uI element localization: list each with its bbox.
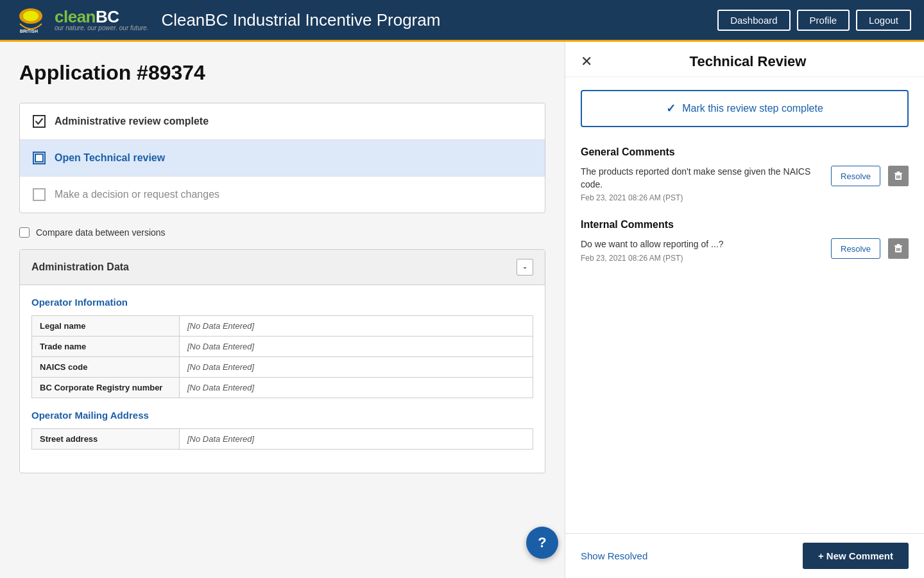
compare-label: Compare data between versions — [36, 227, 166, 238]
general-comments-heading: General Comments — [581, 146, 909, 158]
main-layout: Application #89374 Administrative review… — [0, 42, 924, 578]
review-step-admin[interactable]: Administrative review complete — [20, 103, 545, 140]
field-value-bcregistry: [No Data Entered] — [180, 378, 533, 398]
logo-tagline: our nature. our power. our future. — [55, 25, 148, 31]
right-panel: ✕ Technical Review ✓ Mark this review st… — [565, 42, 924, 578]
checkmark-icon: ✓ — [666, 101, 676, 116]
logout-button[interactable]: Logout — [856, 10, 911, 31]
step-checkbox-decision — [33, 188, 46, 201]
internal-comment-text: Do we want to allow reporting of ...? — [581, 238, 823, 251]
svg-point-1 — [23, 11, 38, 21]
svg-rect-4 — [35, 154, 43, 162]
field-value-legal: [No Data Entered] — [180, 316, 533, 337]
checkmark-icon — [35, 117, 44, 126]
general-comments-section: General Comments The products reported d… — [581, 146, 909, 202]
field-label-street: Street address — [32, 429, 180, 450]
header-title: CleanBC Industrial Incentive Program — [161, 10, 717, 30]
field-label-legal: Legal name — [32, 316, 180, 337]
internal-comments-heading: Internal Comments — [581, 219, 909, 231]
svg-rect-7 — [897, 171, 900, 173]
right-panel-title: Technical Review — [601, 53, 894, 70]
header-buttons: Dashboard Profile Logout — [717, 10, 911, 31]
show-resolved-button[interactable]: Show Resolved — [581, 550, 647, 561]
comment-date: Feb 23, 2021 08:26 AM (PST) — [581, 193, 823, 202]
section-header: Administration Data - — [20, 250, 545, 285]
field-label-trade: Trade name — [32, 337, 180, 357]
svg-rect-6 — [894, 173, 902, 174]
step-checkbox-admin — [33, 115, 46, 128]
dashboard-button[interactable]: Dashboard — [717, 10, 790, 31]
trash-icon — [893, 171, 903, 181]
field-label-bcregistry: BC Corporate Registry number — [32, 378, 180, 398]
cleanbc-logo: cleanBC our nature. our power. our futur… — [55, 8, 148, 31]
svg-rect-13 — [897, 244, 900, 245]
internal-comments-section: Internal Comments Do we want to allow re… — [581, 219, 909, 263]
bc-logo: BRITISH COLUMBIA — [13, 4, 48, 35]
operator-mailing-table: Street address [No Data Entered] — [31, 428, 533, 450]
general-delete-button[interactable] — [888, 166, 909, 186]
right-panel-body: ✓ Mark this review step complete General… — [565, 77, 924, 533]
step-checkbox-tech — [33, 152, 46, 164]
svg-rect-16 — [900, 248, 901, 251]
table-row: BC Corporate Registry number [No Data En… — [32, 378, 533, 398]
mark-complete-button[interactable]: ✓ Mark this review step complete — [581, 90, 909, 127]
step-label-tech: Open Technical review — [55, 152, 165, 164]
svg-rect-14 — [896, 248, 898, 251]
step-label-decision: Make a decision or request changes — [55, 189, 219, 200]
review-step-tech[interactable]: Open Technical review — [20, 140, 545, 177]
help-bubble[interactable]: ? — [526, 527, 558, 559]
internal-comment-text-block: Do we want to allow reporting of ...? Fe… — [581, 238, 823, 263]
svg-rect-10 — [900, 175, 901, 179]
review-steps-card: Administrative review complete Open Tech… — [19, 103, 545, 213]
general-comment-item: The products reported don't make sense g… — [581, 166, 909, 202]
svg-rect-15 — [898, 248, 899, 251]
step-label-admin: Administrative review complete — [55, 116, 209, 127]
svg-rect-9 — [898, 175, 899, 179]
close-button[interactable]: ✕ — [581, 55, 592, 69]
bc-logo-svg: BRITISH COLUMBIA — [15, 6, 47, 34]
svg-rect-8 — [896, 175, 898, 179]
operator-mailing-title: Operator Mailing Address — [31, 410, 533, 421]
page-title: Application #89374 — [19, 61, 545, 85]
operator-info-table: Legal name [No Data Entered] Trade name … — [31, 315, 533, 398]
review-step-decision[interactable]: Make a decision or request changes — [20, 177, 545, 213]
field-label-naics: NAICS code — [32, 357, 180, 378]
step-unchecked-icon — [35, 153, 44, 162]
compare-row: Compare data between versions — [19, 227, 545, 238]
admin-data-section: Administration Data - Operator Informati… — [19, 249, 545, 473]
internal-resolve-button[interactable]: Resolve — [831, 238, 880, 259]
app-header: BRITISH COLUMBIA cleanBC our nature. our… — [0, 0, 924, 42]
logo-container: BRITISH COLUMBIA cleanBC our nature. our… — [13, 4, 148, 35]
cleanbc-logo-text: cleanBC — [55, 8, 148, 25]
comment-text-block: The products reported don't make sense g… — [581, 166, 823, 202]
collapse-button[interactable]: - — [517, 259, 533, 276]
table-row: NAICS code [No Data Entered] — [32, 357, 533, 378]
right-panel-header: ✕ Technical Review — [565, 42, 924, 77]
new-comment-button[interactable]: + New Comment — [803, 543, 909, 569]
table-row: Street address [No Data Entered] — [32, 429, 533, 450]
operator-info-title: Operator Information — [31, 297, 533, 308]
internal-comment-date: Feb 23, 2021 08:26 AM (PST) — [581, 254, 823, 263]
svg-text:BRITISH: BRITISH — [20, 29, 38, 33]
field-value-naics: [No Data Entered] — [180, 357, 533, 378]
mark-complete-label: Mark this review step complete — [682, 103, 823, 114]
svg-rect-12 — [894, 245, 902, 247]
section-title: Administration Data — [31, 261, 129, 273]
trash-icon-2 — [893, 243, 903, 254]
internal-comment-item: Do we want to allow reporting of ...? Fe… — [581, 238, 909, 263]
section-body: Operator Information Legal name [No Data… — [20, 285, 545, 473]
left-panel: Application #89374 Administrative review… — [0, 42, 565, 578]
field-value-trade: [No Data Entered] — [180, 337, 533, 357]
field-value-street: [No Data Entered] — [180, 429, 533, 450]
table-row: Legal name [No Data Entered] — [32, 316, 533, 337]
help-icon: ? — [538, 534, 546, 551]
compare-checkbox[interactable] — [19, 227, 30, 238]
profile-button[interactable]: Profile — [797, 10, 850, 31]
right-panel-footer: Show Resolved + New Comment — [565, 533, 924, 578]
general-resolve-button[interactable]: Resolve — [831, 166, 880, 186]
table-row: Trade name [No Data Entered] — [32, 337, 533, 357]
comment-text: The products reported don't make sense g… — [581, 166, 823, 191]
internal-delete-button[interactable] — [888, 238, 909, 259]
